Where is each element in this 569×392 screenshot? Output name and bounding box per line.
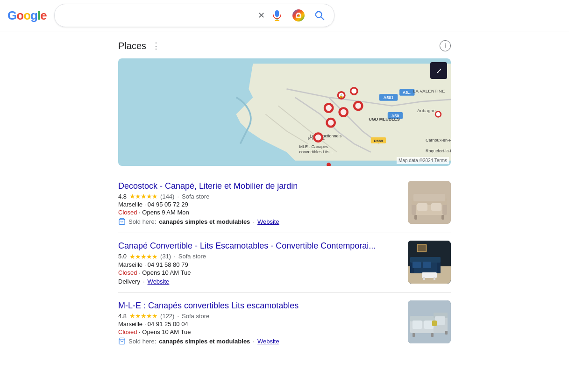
microphone-icon [271,10,283,21]
status-hours-2: · Opens 10 AM Tue [139,269,191,276]
svg-rect-75 [413,321,422,329]
svg-rect-5 [297,13,300,14]
svg-point-36 [355,103,361,109]
place-status-1: Closed · Opens 9 AM Mon [118,209,402,216]
svg-point-32 [326,105,332,111]
svg-rect-52 [431,203,441,211]
place-extra-2: Delivery · Website [118,278,402,285]
place-item: Canapé Convertible - Lits Escamotables -… [118,233,451,292]
shopping-bag-icon-1 [118,218,126,225]
place-item: M-L-E : Canapés convertibles Lits escamo… [118,293,451,352]
svg-point-41 [327,163,331,166]
place-image-2[interactable] [408,241,451,284]
rating-number-3: 4.8 [118,313,127,320]
rating-number-2: 5.0 [118,253,127,260]
svg-rect-68 [423,262,431,268]
website-link-1[interactable]: Website [257,218,279,225]
separator: · [174,253,176,260]
svg-line-7 [321,17,324,20]
camera-icon [292,9,305,22]
status-hours-3: · Opens 10 AM Tue [139,328,191,335]
map-expand-button[interactable]: ⤢ [430,62,447,79]
status-closed-label-3: Closed [118,328,137,335]
website-link-3[interactable]: Website [257,338,279,345]
place-name-2[interactable]: Canapé Convertible - Lits Escamotables -… [118,241,402,251]
place-info-2: Canapé Convertible - Lits Escamotables -… [118,241,402,285]
place-address-1: Marseille · 04 95 05 72 29 [118,201,402,208]
place-address-3: Marseille · 04 91 25 00 04 [118,321,402,328]
place-name-1[interactable]: Decostock - Canapé, Literie et Mobilier … [118,181,402,192]
place-status-3: Closed · Opens 10 AM Tue [118,328,402,335]
places-title: Places [118,41,146,51]
place-info-1: Decostock - Canapé, Literie et Mobilier … [118,181,402,225]
place-image-1[interactable] [408,181,451,224]
svg-text:MLE : Canapés: MLE : Canapés [299,144,329,149]
map-container[interactable]: A501 A5... A50 D559 LA VALENTINE Aubagne… [118,58,451,166]
sold-here-label-3: Sold here: [128,338,156,345]
website-link-2[interactable]: Website [148,278,170,285]
place-name-3[interactable]: M-L-E : Canapés convertibles Lits escamo… [118,300,402,311]
sofa-image-3 [408,300,451,343]
search-header: Google acheter un canapé ✕ [0,0,569,31]
svg-point-30 [351,89,356,94]
voice-search-button[interactable] [270,8,284,23]
search-submit-button[interactable] [313,8,327,22]
svg-point-34 [341,109,347,115]
place-type-3: Sofa store [182,313,209,320]
map-visual: A501 A5... A50 D559 LA VALENTINE Aubagne… [118,58,451,166]
clear-search-button[interactable]: ✕ [257,9,266,21]
status-closed-label-2: Closed [118,269,137,276]
sold-here-items-1: canapés simples et modulables [159,218,250,225]
main-content: Places ⋮ i A501 A5... [107,31,462,360]
svg-text:🔒: 🔒 [339,94,343,98]
svg-text:convertibles Lits...: convertibles Lits... [299,150,333,154]
rating-count-2: (31) [160,253,171,260]
svg-rect-66 [434,277,435,280]
status-closed-label-1: Closed [118,209,137,216]
place-extra-1: Sold here: canapés simples et modulables… [118,218,402,225]
places-info-button[interactable]: i [440,40,451,51]
sold-here-items-3: canapés simples et modulables [159,338,250,345]
svg-text:UGD MEUBLES: UGD MEUBLES [369,117,400,121]
separator: · [253,218,255,225]
svg-rect-80 [431,333,434,337]
google-logo[interactable]: Google [7,8,47,23]
svg-rect-67 [413,262,421,268]
svg-point-40 [315,135,321,141]
place-type-1: Sofa store [182,193,209,200]
delivery-label-2: Delivery [118,278,140,285]
stars-1: ★★★★★ [129,192,157,200]
separator: · [143,278,145,285]
places-more-options-button[interactable]: ⋮ [150,39,162,53]
svg-rect-79 [413,333,415,337]
place-image-3[interactable] [408,300,451,343]
svg-rect-53 [414,215,417,220]
places-header: Places ⋮ i [118,39,451,53]
svg-point-4 [297,14,300,17]
image-search-button[interactable] [290,7,307,24]
svg-point-43 [436,112,440,116]
separator: · [177,193,179,200]
rating-count-1: (144) [160,193,174,200]
place-rating-row-1: 4.8 ★★★★★ (144) · Sofa store [118,192,402,200]
svg-text:A5...: A5... [403,90,412,95]
shopping-bag-icon-3 [118,337,126,345]
place-address-2: Marseille · 04 91 58 80 79 [118,261,402,268]
svg-text:D559: D559 [374,139,383,143]
separator: · [177,313,179,320]
rating-number-1: 4.8 [118,193,127,200]
svg-text:Carnoux-en-Provence: Carnoux-en-Provence [426,138,451,143]
search-icon-group [270,7,327,24]
place-extra-3: Sold here: canapés simples et modulables… [118,337,402,345]
svg-rect-58 [418,245,426,251]
search-bar: acheter un canapé ✕ [54,4,334,27]
place-rating-row-2: 5.0 ★★★★★ (31) · Sofa store [118,253,402,260]
svg-rect-78 [432,321,437,326]
status-hours-1: · Opens 9 AM Mon [139,209,189,216]
search-input[interactable]: acheter un canapé [62,11,253,20]
place-item: Decostock - Canapé, Literie et Mobilier … [118,173,451,233]
svg-rect-81 [445,331,448,335]
svg-text:A501: A501 [384,95,394,100]
sold-here-label-1: Sold here: [128,218,156,225]
stars-2: ★★★★★ [129,253,157,260]
